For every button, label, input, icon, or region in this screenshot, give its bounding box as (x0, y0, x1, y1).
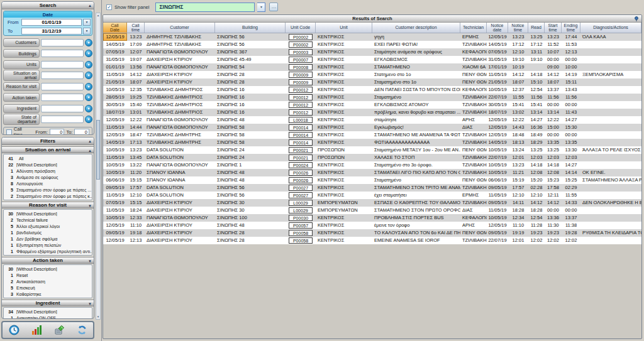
field-dropdown-button[interactable]: ▼ (85, 83, 92, 90)
table-row[interactable]: 10/05/1911:20ΣΠΑΝΟΥ ΙΩΑΝΝΑΣΙΝΩΠΗΣ 48P000… (103, 169, 641, 176)
table-row[interactable]: 12/05/1912:13ΔΙΑΧΕΙΡΙΣΗ ΚΤΙΡΙΟΥΣΙΝΩΠΗΣ 2… (103, 237, 641, 244)
date-from-dropdown-icon[interactable]: ▼ (83, 19, 91, 26)
filter-item[interactable]: 3Καθαρίστηκε (4, 291, 92, 297)
table-row[interactable]: 11/05/1912:10DATA SOLUTIONΣΙΝΩΠΗΣ 56P000… (103, 192, 641, 199)
left-panel-scrollbar[interactable]: ▲ ▼ (96, 13, 101, 320)
filter-section-header[interactable]: Reason for visit▼ (2, 202, 94, 208)
search-panel-header[interactable]: Search ▲ (2, 2, 94, 9)
table-row[interactable]: 12/05/1912:22ΠΑΝΑΓΙΩΤΑ ΘΩΜΟΠΟΥΛΟΥΣΙΝΩΠΗΣ… (103, 116, 641, 124)
scroll-down-icon[interactable]: ▼ (96, 315, 100, 319)
collapse-icon[interactable]: ▼ (88, 203, 92, 208)
column-header[interactable]: Notice time (508, 23, 528, 33)
column-header[interactable]: Unit Code (286, 23, 316, 33)
column-header[interactable]: Call Date (103, 23, 127, 33)
table-row[interactable]: 12/05/1918:47ΤΖΙΛΙΒΑΚΗΣ ΔΗΜΗΤΡΗΣΣΙΝΩΠΗΣ … (103, 131, 641, 139)
table-row[interactable]: 09/05/1919:18ΔΙΑΧΕΙΡΙΣΗ ΚΤΙΡΙΟΥΣΙΝΩΠΗΣ 2… (103, 229, 641, 237)
field-dropdown-button[interactable]: ▼ (85, 94, 92, 101)
filter-item[interactable]: 2Αντικατάσταση (4, 278, 92, 284)
column-header[interactable]: Start time (545, 23, 562, 33)
filter-item[interactable]: 3Ανάμεσα σε ορόφους (4, 174, 92, 180)
table-row[interactable]: 07/05/1912:07ΠΑΝΑΓΙΩΤΑ ΘΩΜΟΠΟΥΛΟΥΣΙΝΩΠΗΣ… (103, 48, 641, 56)
filter-item[interactable]: 5Άλλοι εξωτερικοί λόγοι (4, 223, 92, 229)
table-row[interactable]: 21/05/1918:07ΔΙΑΧΕΙΡΙΣΗ ΚΤΙΡΙΟΥΣΙΝΩΠΗΣ 2… (103, 78, 641, 86)
table-row[interactable]: 06/06/1915:15ΣΠΑΝΟΥ ΙΩΑΝΝΑΣΙΝΩΠΗΣ 48P000… (103, 176, 641, 184)
filter-item[interactable]: 2Technical failure (4, 217, 92, 223)
filter-item[interactable]: 34[Without Description] (4, 308, 92, 315)
scroll-up-icon[interactable]: ▲ (96, 13, 100, 18)
filter-section-header[interactable]: Ingredient▼ (2, 300, 94, 306)
field-input[interactable] (41, 116, 84, 123)
column-header[interactable]: Building (215, 23, 286, 33)
chart-button[interactable] (30, 324, 43, 337)
table-row[interactable]: 14/05/1917:09ΔΗΜΗΤΡΗΣ ΤΖΙΛΙΒΑΚΗΣΣΙΝΩΠΗΣ … (103, 41, 641, 48)
column-header[interactable]: Unit (316, 23, 372, 33)
combo-more-button[interactable]: … (269, 3, 278, 11)
filter-item[interactable]: 30[Without Description] (4, 266, 92, 272)
call-time-to-input[interactable]: 0 (74, 129, 89, 136)
export-button[interactable] (53, 324, 65, 337)
filter-item[interactable]: 1Δεν βρέθηκε σφάλμα (4, 235, 92, 242)
field-input[interactable] (41, 83, 84, 90)
column-header[interactable]: Call time (127, 23, 145, 33)
filter-item[interactable]: 5Σταματημένο στον όροφο με πόρτες ... (4, 187, 92, 193)
filter-item[interactable]: 22[Without Description] (4, 161, 92, 168)
clock-button[interactable] (8, 324, 20, 337)
table-row[interactable]: 12/05/1913:23ΔΗΜΗΤΡΗΣ ΤΖΙΛΙΒΑΚΗΣΣΙΝΩΠΗΣ … (103, 33, 641, 41)
field-dropdown-button[interactable]: ▼ (85, 61, 92, 68)
table-row[interactable]: 11/05/1914:12ΔΙΑΧΕΙΡΙΣΗ ΚΤΙΡΙΟΥΣΙΝΩΠΗΣ 2… (103, 71, 641, 78)
collapse-icon[interactable]: ▲ (88, 3, 92, 8)
filter-item[interactable]: 1Εξυπηρέτηση πελατών (4, 242, 92, 248)
table-row[interactable]: 28/05/1919:25ΤΖΙΛΙΒΑΚΗΣ ΔΗΜΗΤΡΙΟΣΣΙΝΩΠΗΣ… (103, 94, 641, 101)
table-row[interactable]: 10/05/1912:35ΤΖΙΛΙΒΑΚΗΣ ΔΗΜΗΤΡΙΟΣΣΙΝΩΠΗΣ… (103, 86, 641, 94)
table-row[interactable]: 11/05/1914:44ΠΑΝΑΓΙΩΤΑ ΘΩΜΟΠΟΥΛΟΥΣΙΝΩΠΗΣ… (103, 124, 641, 131)
show-filter-panel-checkbox[interactable]: ✓ (106, 4, 112, 10)
table-row[interactable]: 18/07/1913:01ΤΖΙΛΙΒΑΚΗΣ ΔΗΜΗΤΡΙΟΣΣΙΝΩΠΗΣ… (103, 109, 641, 116)
call-time-from-input[interactable]: 0 (50, 129, 65, 136)
field-input[interactable] (41, 72, 84, 79)
filters-panel-header[interactable]: Filters ▲ (2, 138, 94, 145)
collapse-icon[interactable]: ▲ (88, 139, 92, 144)
filter-item[interactable]: 2Σταματημένο στον όροφο με πόρτες κ... (4, 193, 92, 199)
field-dropdown-button[interactable]: ▼ (85, 72, 92, 79)
filter-item[interactable]: 1βανδαλισμός (4, 229, 92, 235)
field-input[interactable] (41, 50, 84, 57)
table-row[interactable]: 12/05/1911:10ΔΙΑΧΕΙΡΙΣΗ ΚΤΙΡΙΟΥΣΙΝΩΠΗΣ 4… (103, 222, 641, 229)
filter-item[interactable]: 1Διακοπτάκι ON-OFF (4, 315, 92, 319)
filter-section-header[interactable]: Action taken▼ (2, 257, 94, 264)
collapse-icon[interactable]: ▲ (88, 148, 92, 153)
field-dropdown-button[interactable]: ▼ (85, 105, 92, 112)
table-row[interactable]: 11/05/1918:24ΔΙΑΧΕΙΡΙΣΗ ΚΤΙΡΙΟΥΣΙΝΩΠΗΣ 3… (103, 207, 641, 214)
table-row[interactable]: 11/05/1913:45DATA SOLUTIONΣΙΝΩΠΗΣ 24P000… (103, 154, 641, 161)
table-row[interactable]: 10/05/1912:33ΠΑΝΑΓΙΩΤΑ ΘΩΜΟΠΟΥΛΟΥΣΙΝΩΠΗΣ… (103, 214, 641, 222)
column-header[interactable]: Ending time (562, 23, 580, 33)
field-dropdown-button[interactable]: ▼ (85, 39, 92, 46)
table-row[interactable]: 07/05/1915:15ΔΙΑΧΕΙΡΙΣΗ ΚΤΙΡΙΟΥΣΙΝΩΠΗΣ 3… (103, 199, 641, 207)
table-row[interactable]: 01/01/1913:56ΠΑΝΑΓΙΩΤΑ ΘΩΜΟΠΟΥΛΟΥΣΙΝΩΠΗΣ… (103, 63, 641, 71)
column-header[interactable]: Read (528, 23, 545, 33)
collapse-icon[interactable]: ▼ (88, 301, 92, 306)
filter-item[interactable]: 1Αδύνατη πρόσβαση (4, 168, 92, 174)
refresh-button[interactable] (75, 324, 88, 337)
table-row[interactable]: 14/05/1917:13ΤΖΙΛΙΒΑΚΗΣ ΔΗΜΗΤΡΗΣΣΙΝΩΠΗΣ … (103, 139, 641, 146)
field-input[interactable] (41, 61, 84, 68)
filter-item[interactable]: 30[Without Description] (4, 210, 92, 217)
table-row[interactable]: 10/05/1913:23DATA SOLUTIONΣΙΝΩΠΗΣ 24P000… (103, 146, 641, 154)
table-row[interactable]: 30/05/1915:40ΤΖΙΛΙΒΑΚΗΣ ΔΗΜΗΤΡΙΟΣΣΙΝΩΠΗΣ… (103, 101, 641, 109)
column-header[interactable]: Diagnosis/Actions (580, 23, 641, 33)
field-input[interactable] (41, 39, 84, 46)
column-header[interactable]: Customer description (372, 23, 460, 33)
filter-item[interactable]: 1Φθαρμένο εξάρτημα (προληπτική αντι... (4, 248, 92, 254)
column-header[interactable]: Technician (460, 23, 487, 33)
filter-item[interactable]: 5Επισκευή (4, 284, 92, 291)
table-row[interactable]: 10/05/1913:22ΠΑΝΑΓΙΩΤΑ ΘΩΜΟΠΟΥΛΟΥΣΙΝΩΠΗΣ… (103, 161, 641, 169)
filter-item[interactable]: 1Reset (4, 272, 92, 278)
field-dropdown-button[interactable]: ▼ (85, 50, 92, 57)
scrollbar-thumb[interactable] (96, 120, 100, 180)
call-time-checkbox[interactable] (6, 129, 12, 135)
field-input[interactable] (41, 105, 84, 112)
filter-item[interactable]: 41_All (4, 155, 92, 161)
collapse-icon[interactable]: ▼ (88, 259, 92, 264)
date-to-dropdown-icon[interactable]: ▼ (83, 28, 91, 35)
group-selector-combo[interactable]: ΣΙΝΩΠΗΣ (155, 3, 255, 12)
date-from-input[interactable]: 01/01/19 (21, 19, 82, 26)
